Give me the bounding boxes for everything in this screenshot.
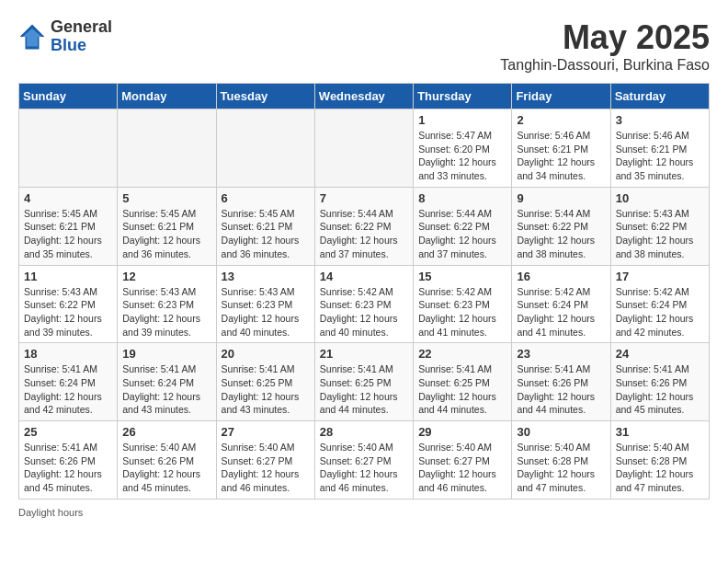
calendar-day-cell: 13Sunrise: 5:43 AM Sunset: 6:23 PM Dayli… [216, 265, 314, 343]
day-number: 3 [616, 113, 704, 127]
calendar-day-cell: 30Sunrise: 5:40 AM Sunset: 6:28 PM Dayli… [512, 421, 610, 500]
day-number: 9 [517, 191, 605, 205]
day-number: 1 [418, 113, 506, 127]
day-info: Sunrise: 5:40 AM Sunset: 6:27 PM Dayligh… [320, 441, 408, 495]
logo: General Blue [18, 18, 112, 55]
month-title: May 2025 [500, 18, 710, 57]
day-info: Sunrise: 5:41 AM Sunset: 6:24 PM Dayligh… [24, 362, 112, 417]
calendar-day-cell [19, 109, 118, 188]
day-number: 17 [616, 270, 704, 283]
day-number: 11 [24, 270, 112, 283]
calendar-day-cell: 5Sunrise: 5:45 AM Sunset: 6:21 PM Daylig… [118, 187, 216, 265]
day-number: 13 [222, 270, 310, 283]
calendar-day-cell: 29Sunrise: 5:40 AM Sunset: 6:27 PM Dayli… [414, 421, 512, 500]
calendar-day-cell: 14Sunrise: 5:42 AM Sunset: 6:23 PM Dayli… [314, 265, 413, 343]
day-number: 6 [222, 191, 310, 205]
day-number: 10 [616, 191, 704, 205]
calendar-day-cell: 17Sunrise: 5:42 AM Sunset: 6:24 PM Dayli… [610, 265, 709, 343]
day-number: 25 [24, 425, 112, 439]
calendar-day-cell: 23Sunrise: 5:41 AM Sunset: 6:26 PM Dayli… [512, 343, 610, 421]
day-number: 22 [418, 347, 506, 361]
day-info: Sunrise: 5:41 AM Sunset: 6:25 PM Dayligh… [222, 362, 310, 417]
logo-icon [18, 23, 46, 51]
calendar-week-row: 1Sunrise: 5:47 AM Sunset: 6:20 PM Daylig… [19, 109, 710, 188]
day-info: Sunrise: 5:41 AM Sunset: 6:26 PM Dayligh… [616, 362, 704, 417]
day-info: Sunrise: 5:46 AM Sunset: 6:21 PM Dayligh… [517, 129, 605, 183]
day-info: Sunrise: 5:40 AM Sunset: 6:28 PM Dayligh… [517, 441, 605, 495]
day-info: Sunrise: 5:42 AM Sunset: 6:24 PM Dayligh… [517, 285, 605, 339]
day-number: 21 [320, 347, 408, 361]
day-info: Sunrise: 5:43 AM Sunset: 6:23 PM Dayligh… [122, 285, 210, 339]
day-number: 2 [517, 113, 605, 127]
day-info: Sunrise: 5:44 AM Sunset: 6:22 PM Dayligh… [517, 207, 605, 261]
calendar-day-cell [216, 109, 314, 188]
day-number: 31 [616, 425, 704, 439]
day-info: Sunrise: 5:43 AM Sunset: 6:22 PM Dayligh… [616, 207, 704, 261]
day-number: 12 [122, 270, 210, 283]
calendar-day-cell: 9Sunrise: 5:44 AM Sunset: 6:22 PM Daylig… [512, 187, 610, 265]
calendar-header: SundayMondayTuesdayWednesdayThursdayFrid… [19, 84, 710, 109]
calendar-day-cell: 6Sunrise: 5:45 AM Sunset: 6:21 PM Daylig… [216, 187, 314, 265]
calendar-day-cell: 11Sunrise: 5:43 AM Sunset: 6:22 PM Dayli… [19, 265, 118, 343]
day-of-week-header: Monday [118, 84, 216, 109]
calendar-table: SundayMondayTuesdayWednesdayThursdayFrid… [18, 83, 710, 500]
day-info: Sunrise: 5:43 AM Sunset: 6:23 PM Dayligh… [222, 285, 310, 339]
calendar-week-row: 11Sunrise: 5:43 AM Sunset: 6:22 PM Dayli… [19, 265, 710, 343]
day-number: 26 [122, 425, 210, 439]
day-info: Sunrise: 5:45 AM Sunset: 6:21 PM Dayligh… [24, 207, 112, 261]
calendar-day-cell: 31Sunrise: 5:40 AM Sunset: 6:28 PM Dayli… [610, 421, 709, 500]
calendar-day-cell: 2Sunrise: 5:46 AM Sunset: 6:21 PM Daylig… [512, 109, 610, 188]
calendar-day-cell: 7Sunrise: 5:44 AM Sunset: 6:22 PM Daylig… [314, 187, 413, 265]
day-info: Sunrise: 5:41 AM Sunset: 6:26 PM Dayligh… [24, 441, 112, 495]
day-number: 29 [418, 425, 506, 439]
calendar-day-cell: 21Sunrise: 5:41 AM Sunset: 6:25 PM Dayli… [314, 343, 413, 421]
day-number: 23 [517, 347, 605, 361]
calendar-day-cell [314, 109, 413, 188]
calendar-day-cell: 25Sunrise: 5:41 AM Sunset: 6:26 PM Dayli… [19, 421, 118, 500]
day-info: Sunrise: 5:40 AM Sunset: 6:26 PM Dayligh… [122, 441, 210, 495]
day-number: 5 [122, 191, 210, 205]
day-info: Sunrise: 5:47 AM Sunset: 6:20 PM Dayligh… [418, 129, 506, 183]
calendar-day-cell: 27Sunrise: 5:40 AM Sunset: 6:27 PM Dayli… [216, 421, 314, 500]
calendar-week-row: 25Sunrise: 5:41 AM Sunset: 6:26 PM Dayli… [19, 421, 710, 500]
daylight-hours-label: Daylight hours [18, 507, 83, 518]
day-number: 7 [320, 191, 408, 205]
day-of-week-header: Tuesday [216, 84, 314, 109]
day-info: Sunrise: 5:46 AM Sunset: 6:21 PM Dayligh… [616, 129, 704, 183]
calendar-week-row: 18Sunrise: 5:41 AM Sunset: 6:24 PM Dayli… [19, 343, 710, 421]
calendar-day-cell: 1Sunrise: 5:47 AM Sunset: 6:20 PM Daylig… [414, 109, 512, 188]
day-number: 15 [418, 270, 506, 283]
day-number: 19 [122, 347, 210, 361]
day-info: Sunrise: 5:40 AM Sunset: 6:27 PM Dayligh… [222, 441, 310, 495]
day-info: Sunrise: 5:40 AM Sunset: 6:27 PM Dayligh… [418, 441, 506, 495]
day-number: 16 [517, 270, 605, 283]
day-info: Sunrise: 5:40 AM Sunset: 6:28 PM Dayligh… [616, 441, 704, 495]
day-number: 28 [320, 425, 408, 439]
calendar-day-cell: 19Sunrise: 5:41 AM Sunset: 6:24 PM Dayli… [118, 343, 216, 421]
day-info: Sunrise: 5:45 AM Sunset: 6:21 PM Dayligh… [122, 207, 210, 261]
calendar-day-cell: 26Sunrise: 5:40 AM Sunset: 6:26 PM Dayli… [118, 421, 216, 500]
day-info: Sunrise: 5:42 AM Sunset: 6:23 PM Dayligh… [418, 285, 506, 339]
calendar-day-cell: 20Sunrise: 5:41 AM Sunset: 6:25 PM Dayli… [216, 343, 314, 421]
day-info: Sunrise: 5:41 AM Sunset: 6:26 PM Dayligh… [517, 362, 605, 417]
calendar-day-cell: 8Sunrise: 5:44 AM Sunset: 6:22 PM Daylig… [414, 187, 512, 265]
day-number: 24 [616, 347, 704, 361]
day-info: Sunrise: 5:41 AM Sunset: 6:24 PM Dayligh… [122, 362, 210, 417]
day-of-week-header: Saturday [610, 84, 709, 109]
day-info: Sunrise: 5:45 AM Sunset: 6:21 PM Dayligh… [222, 207, 310, 261]
day-of-week-header: Sunday [19, 84, 118, 109]
footer: Daylight hours [18, 507, 710, 518]
calendar-day-cell [118, 109, 216, 188]
logo-general-text: General [51, 18, 112, 37]
calendar-day-cell: 22Sunrise: 5:41 AM Sunset: 6:25 PM Dayli… [414, 343, 512, 421]
day-info: Sunrise: 5:41 AM Sunset: 6:25 PM Dayligh… [320, 362, 408, 417]
day-info: Sunrise: 5:42 AM Sunset: 6:24 PM Dayligh… [616, 285, 704, 339]
day-number: 8 [418, 191, 506, 205]
day-number: 18 [24, 347, 112, 361]
day-number: 30 [517, 425, 605, 439]
location: Tanghin-Dassouri, Burkina Faso [500, 57, 710, 74]
logo-blue-text: Blue [51, 37, 112, 55]
day-of-week-header: Friday [512, 84, 610, 109]
calendar-day-cell: 28Sunrise: 5:40 AM Sunset: 6:27 PM Dayli… [314, 421, 413, 500]
day-info: Sunrise: 5:44 AM Sunset: 6:22 PM Dayligh… [320, 207, 408, 261]
